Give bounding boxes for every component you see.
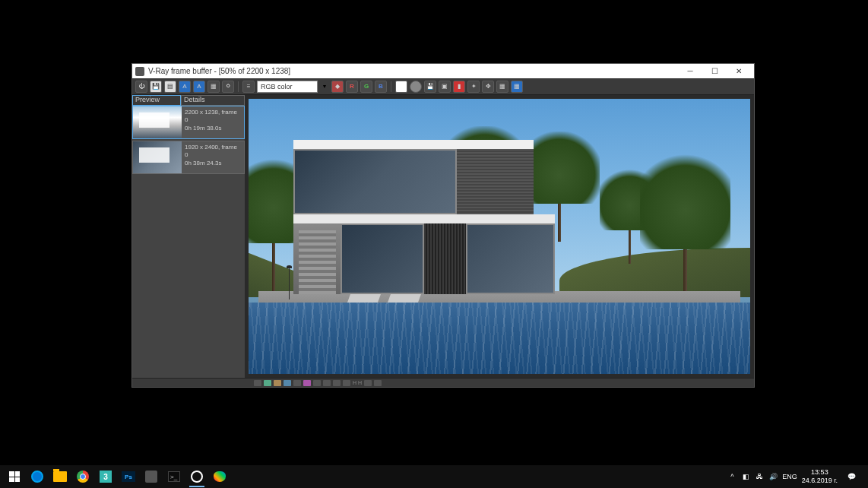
taskbar-terminal[interactable]: >_ <box>163 466 185 487</box>
taskbar-edge[interactable] <box>27 466 48 487</box>
tool-a-icon[interactable]: A <box>179 81 191 93</box>
tray-chevron-icon[interactable]: ^ <box>727 472 737 481</box>
status-icon[interactable] <box>374 380 382 386</box>
close-button[interactable]: ✕ <box>727 64 751 78</box>
white-swatch-icon[interactable] <box>395 81 407 93</box>
taskbar-photoshop[interactable]: Ps <box>118 466 139 487</box>
copy-icon[interactable]: ▣ <box>439 81 451 93</box>
tray-network-icon[interactable]: 🖧 <box>755 472 764 481</box>
channel-dropdown[interactable]: RGB color <box>257 81 318 93</box>
taskbar-paint[interactable] <box>209 466 230 487</box>
status-icon[interactable] <box>293 380 301 386</box>
taskbar-app[interactable] <box>141 466 162 487</box>
main-toolbar: ⏻ 💾 ▤ A A ▦ ⭘ ≡ RGB color ▼ ◆ R G B 💾 ▣ … <box>132 78 754 95</box>
max-icon: 3 <box>100 471 112 483</box>
separator <box>238 81 239 92</box>
taskbar-3dsmax[interactable]: 3 <box>95 466 116 487</box>
edge-icon <box>31 471 43 483</box>
status-icon[interactable] <box>333 380 341 386</box>
notifications-button[interactable]: 💬 <box>842 466 860 487</box>
history-thumbnail <box>133 106 182 138</box>
start-button[interactable] <box>4 466 25 487</box>
system-tray: ^ ◧ 🖧 🔊 ENG 13:53 24.6.2019 г. 💬 <box>723 466 865 487</box>
save2-icon[interactable]: 💾 <box>424 81 436 93</box>
clear-icon[interactable]: ▦ <box>207 81 220 93</box>
statusbar: H H <box>132 378 754 387</box>
paint-icon <box>214 471 226 482</box>
status-icon[interactable] <box>364 380 372 386</box>
taskbar-vray[interactable] <box>186 466 207 487</box>
settings-icon[interactable]: ▦ <box>496 81 508 93</box>
target-icon[interactable]: ✦ <box>467 81 480 93</box>
render-viewport[interactable] <box>245 95 754 378</box>
vray-icon <box>191 471 203 483</box>
history-item[interactable]: 1920 x 2400, frame 0 0h 38m 24.3s <box>132 141 245 174</box>
preview-header[interactable]: Preview <box>132 95 181 106</box>
status-icon[interactable] <box>343 380 350 386</box>
channel-dropdown-label: RGB color <box>261 83 293 90</box>
tray-language[interactable]: ENG <box>782 473 797 480</box>
history-details: 2200 x 1238, frame 0 0h 19m 38.0s <box>182 106 244 138</box>
window-title: V-Ray frame buffer - [50% of 2200 x 1238… <box>148 67 678 75</box>
photoshop-icon: Ps <box>122 471 135 482</box>
channel-r-button[interactable]: R <box>346 81 358 93</box>
status-icon[interactable] <box>264 380 271 386</box>
tool-a2-icon[interactable]: A <box>193 81 205 93</box>
maximize-button[interactable]: ☐ <box>702 64 727 78</box>
tray-date: 24.6.2019 г. <box>802 477 838 485</box>
status-icon[interactable] <box>274 380 281 386</box>
swatch-icon[interactable]: ◆ <box>331 81 344 93</box>
tray-clock[interactable]: 13:53 24.6.2019 г. <box>802 468 838 485</box>
history-thumbnail <box>133 141 182 173</box>
status-label: H H <box>353 380 362 385</box>
details-header[interactable]: Details <box>181 95 245 106</box>
chrome-icon <box>77 471 89 483</box>
link-icon[interactable]: ⭘ <box>222 81 234 93</box>
vray-frame-buffer-window: V-Ray frame buffer - [50% of 2200 x 1238… <box>131 63 755 388</box>
titlebar[interactable]: V-Ray frame buffer - [50% of 2200 x 1238… <box>132 64 754 78</box>
app-icon <box>145 471 157 483</box>
status-icon[interactable] <box>254 380 261 386</box>
windows-taskbar: 3 Ps >_ ^ ◧ 🖧 🔊 ENG 13:53 24.6.2019 г. 💬 <box>0 465 868 488</box>
terminal-icon: >_ <box>168 471 180 482</box>
save-icon[interactable]: 💾 <box>150 81 162 93</box>
open-icon[interactable]: ▤ <box>164 81 176 93</box>
tray-volume-icon[interactable]: 🔊 <box>768 472 778 481</box>
status-icon[interactable] <box>303 380 311 386</box>
minimize-button[interactable]: ─ <box>678 64 702 78</box>
tray-time: 13:53 <box>802 468 838 477</box>
move-icon[interactable]: ✥ <box>482 81 494 93</box>
info-icon[interactable]: ▦ <box>511 81 523 93</box>
gray-swatch-icon[interactable] <box>410 81 422 93</box>
channel-g-button[interactable]: G <box>360 81 372 93</box>
rendered-image <box>249 99 750 374</box>
taskbar-chrome[interactable] <box>72 466 93 487</box>
delete-icon[interactable]: ▮ <box>453 81 465 93</box>
tray-app-icon[interactable]: ◧ <box>741 472 750 481</box>
history-item[interactable]: 2200 x 1238, frame 0 0h 19m 38.0s <box>132 106 245 139</box>
status-icon[interactable] <box>284 380 291 386</box>
menu-icon[interactable]: ≡ <box>242 81 255 93</box>
windows-logo-icon <box>9 471 20 482</box>
separator <box>391 81 391 92</box>
dropdown-arrow-icon[interactable]: ▼ <box>320 84 329 89</box>
history-details: 1920 x 2400, frame 0 0h 38m 24.3s <box>182 141 244 173</box>
folder-icon <box>53 471 67 482</box>
app-icon <box>135 67 144 76</box>
status-icon[interactable] <box>323 380 331 386</box>
taskbar-explorer[interactable] <box>49 466 71 487</box>
history-sidebar: Preview Details 2200 x 1238, frame 0 0h … <box>132 95 245 378</box>
status-icon[interactable] <box>313 380 321 386</box>
channel-b-button[interactable]: B <box>375 81 387 93</box>
power-icon[interactable]: ⏻ <box>135 81 147 93</box>
